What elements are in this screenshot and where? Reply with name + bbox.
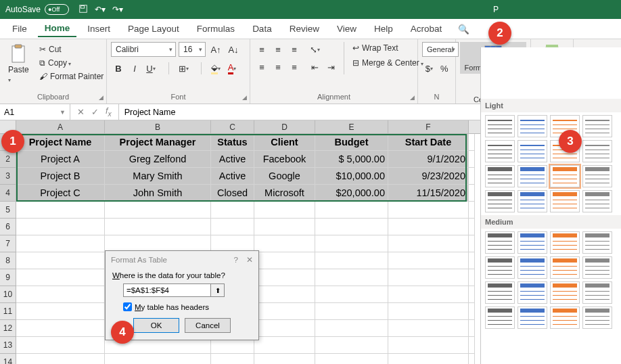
col-header-C[interactable]: C [211,120,254,134]
cell-F1[interactable]: Start Date [388,134,469,151]
table-style-swatch[interactable] [485,256,515,279]
cell-C6[interactable] [211,219,254,235]
cell-C1[interactable]: Status [211,134,254,151]
fx-icon[interactable]: fx [106,106,112,118]
cell-C5[interactable] [211,202,254,219]
table-style-swatch[interactable] [550,281,580,304]
tab-file[interactable]: File [5,21,34,37]
table-style-swatch[interactable] [550,165,580,187]
cancel-formula-icon[interactable]: ✕ [77,107,85,117]
table-style-swatch[interactable] [485,140,515,162]
cell-empty-8[interactable] [469,252,475,269]
cell-D6[interactable] [254,219,315,235]
cell-D9[interactable] [254,269,315,286]
cell-E11[interactable] [315,303,388,320]
cell-D7[interactable] [254,235,315,252]
row-header-12[interactable]: 12 [0,320,16,337]
decrease-indent-icon[interactable]: ⇤ [307,60,322,74]
paste-button[interactable]: Paste [4,42,34,91]
cell-E9[interactable] [315,269,388,286]
tab-home[interactable]: Home [38,20,77,37]
align-left-icon[interactable]: ≡ [254,60,269,74]
wrap-text-button[interactable]: ↩Wrap Text [350,42,426,54]
decrease-font-icon[interactable]: A↓ [226,42,241,57]
tell-me-icon[interactable]: 🔍 [458,24,469,35]
cell-F9[interactable] [388,269,469,286]
table-style-swatch[interactable] [518,140,547,162]
dialog-range-input[interactable] [123,283,211,297]
table-style-swatch[interactable] [518,115,547,137]
fill-color-button[interactable]: ⬙ [208,61,223,76]
table-style-swatch[interactable] [485,190,515,212]
cell-A12[interactable] [16,320,105,337]
cell-C3[interactable]: Active [211,168,254,185]
row-header-8[interactable]: 8 [0,252,16,269]
cell-E4[interactable]: $20,000.00 [315,185,388,202]
bold-button[interactable]: B [111,61,126,76]
cell-empty-4[interactable] [469,185,475,202]
italic-button[interactable]: I [127,61,142,76]
table-style-swatch[interactable] [550,231,580,254]
cell-D5[interactable] [254,202,315,219]
cell-E3[interactable]: $10,000.00 [315,168,388,185]
headers-checkbox[interactable] [123,302,132,311]
align-middle-icon[interactable]: ≡ [271,42,285,57]
table-style-swatch[interactable] [582,256,612,279]
border-button[interactable]: ⊞ [176,61,191,76]
cell-D11[interactable] [254,303,315,320]
cell-D4[interactable]: Microsoft [254,185,315,202]
table-style-swatch[interactable] [485,306,515,329]
align-top-icon[interactable]: ≡ [254,42,269,57]
cell-B1[interactable]: Project Manager [105,134,211,151]
table-style-swatch[interactable] [518,306,547,329]
name-box[interactable]: A1▼ [0,104,70,120]
cell-B3[interactable]: Mary Smith [105,168,211,185]
tab-data[interactable]: Data [246,21,279,37]
merge-center-button[interactable]: ⊟Merge & Center [350,57,426,69]
cut-button[interactable]: ✂Cut [37,43,106,55]
range-picker-icon[interactable]: ⬆ [211,283,225,297]
autosave-toggle[interactable]: ● Off [45,4,69,15]
cell-B4[interactable]: John Smith [105,185,211,202]
align-right-icon[interactable]: ≡ [287,60,302,74]
table-style-swatch[interactable] [550,256,580,279]
cell-F2[interactable]: 9/1/2020 [388,151,469,168]
cell-E12[interactable] [315,320,388,337]
row-header-13[interactable]: 13 [0,337,16,354]
row-header-14[interactable]: 14 [0,354,16,364]
cell-F10[interactable] [388,286,469,303]
col-header-F[interactable]: F [388,120,469,134]
increase-indent-icon[interactable]: ⇥ [323,60,338,74]
cell-F11[interactable] [388,303,469,320]
cell-C2[interactable]: Active [211,151,254,168]
ok-button[interactable]: OK [133,318,179,333]
cell-A1[interactable]: Project Name [16,134,105,151]
undo-icon[interactable]: ↶▾ [95,5,106,14]
cell-F8[interactable] [388,252,469,269]
table-style-swatch[interactable] [582,281,612,304]
cell-D12[interactable] [254,320,315,337]
cell-C14[interactable] [211,354,254,364]
font-launcher-icon[interactable]: ◢ [242,94,247,101]
cell-A13[interactable] [16,337,105,354]
cell-E1[interactable]: Budget [315,134,388,151]
table-style-swatch[interactable] [550,306,580,329]
cell-F6[interactable] [388,219,469,235]
cell-F4[interactable]: 11/15/2020 [388,185,469,202]
number-format-select[interactable]: General [422,42,459,57]
cell-B5[interactable] [105,202,211,219]
col-header-A[interactable]: A [16,120,105,134]
table-style-swatch[interactable] [485,231,515,254]
cell-A3[interactable]: Project B [16,168,105,185]
cell-E13[interactable] [315,337,388,354]
cell-D10[interactable] [254,286,315,303]
font-size-select[interactable]: 16 [179,42,206,57]
percent-icon[interactable]: % [438,61,452,76]
cell-empty-12[interactable] [469,320,475,337]
cell-A10[interactable] [16,286,105,303]
copy-button[interactable]: ⧉Copy [37,57,106,69]
row-header-3[interactable]: 3 [0,168,16,185]
cell-A6[interactable] [16,219,105,235]
align-center-icon[interactable]: ≡ [271,60,285,74]
font-color-button[interactable]: A [225,61,239,76]
